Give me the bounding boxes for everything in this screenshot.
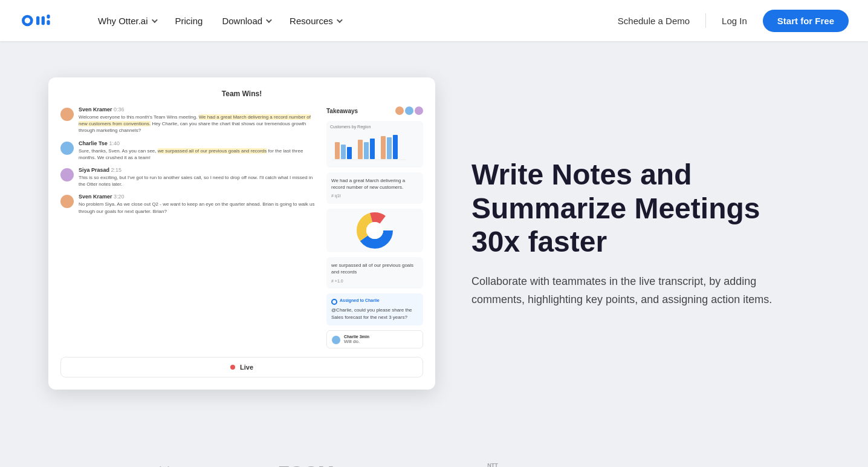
svg-rect-5: [47, 20, 50, 25]
chart-block-2: [326, 209, 423, 252]
transcript-msg-2: Charlie Tse 1:40 Sure, thanks, Sven. As …: [60, 140, 318, 161]
chevron-down-icon: [151, 17, 157, 23]
takeaway-2: we surpassed all of our previous goals a…: [326, 257, 423, 289]
avatar-charlie: [60, 142, 74, 155]
nav-resources[interactable]: Resources: [281, 11, 349, 31]
logo-ucla: UCLA: [566, 464, 612, 467]
svg-rect-12: [381, 136, 386, 159]
avatar-sven2: [60, 195, 74, 208]
hero-section: Team Wins! Sven Kramer 0:36 Welcome ever…: [0, 41, 868, 438]
nav-why-otter[interactable]: Why Otter.ai: [89, 11, 164, 31]
logo[interactable]: [19, 8, 68, 33]
takeaway-1: We had a great March delivering a record…: [326, 172, 423, 204]
svg-rect-14: [393, 135, 398, 159]
transcript-msg-4: Sven Kramer 3:20 No problem Siya. As we …: [60, 194, 318, 214]
transcript-msg-3: Siya Prasad 2:15 This is so exciting, bu…: [60, 167, 318, 188]
msg-text-2: Sure, thanks, Sven. As you can see, we s…: [79, 148, 318, 161]
avatar-sven: [60, 108, 74, 121]
hero-text: Write Notes and Summarize Meetings 30x f…: [471, 158, 786, 309]
navbar: Why Otter.ai Pricing Download Resources …: [0, 0, 868, 41]
msg-text-3: This is so exciting, but I've got to run…: [79, 174, 318, 188]
logo-ntt-text: NTT: [487, 462, 498, 467]
hero-subtitle: Collaborate with teammates in the live t…: [471, 273, 786, 309]
schedule-demo-link[interactable]: Schedule a Demo: [609, 11, 698, 31]
takeaways-panel: Takeaways Customers by Region: [326, 106, 423, 348]
nav-pricing[interactable]: Pricing: [167, 11, 212, 31]
participants-avatars: [395, 106, 423, 115]
logo-zoom: ZOOM: [278, 462, 334, 467]
reply-block: Charlie 3min Will do.: [326, 330, 423, 348]
avatar-siya: [60, 168, 74, 181]
msg-text-1: Welcome everyone to this month's Team Wi…: [79, 114, 318, 134]
mock-body: Sven Kramer 0:36 Welcome everyone to thi…: [60, 106, 423, 348]
participant-avatar-2: [405, 106, 413, 115]
logo-docomo: NTT docomo: [468, 462, 518, 467]
logo-ucla-text: UCLA: [566, 464, 612, 467]
svg-point-19: [366, 222, 383, 239]
participant-avatar-3: [415, 106, 423, 115]
live-label: Live: [240, 364, 253, 371]
logo-ibm: IBM: [382, 463, 419, 467]
live-indicator-dot: [230, 365, 235, 370]
svg-rect-8: [347, 147, 352, 159]
takeaways-label: Takeaways: [326, 108, 358, 114]
check-circle-icon: [331, 299, 337, 305]
login-button[interactable]: Log In: [713, 11, 756, 31]
svg-rect-7: [341, 145, 346, 159]
svg-rect-13: [387, 137, 392, 159]
logo-zoom-text: ZOOM: [278, 462, 334, 467]
reply-avatar: [332, 336, 340, 344]
svg-rect-4: [47, 15, 50, 19]
svg-rect-10: [364, 142, 369, 159]
mock-header: Team Wins!: [60, 90, 423, 98]
svg-rect-9: [358, 140, 363, 159]
chevron-down-icon: [266, 17, 272, 23]
chart-block-1: Customers by Region: [326, 121, 423, 168]
svg-rect-2: [36, 16, 39, 25]
donut-chart-svg: [357, 212, 393, 249]
svg-rect-3: [42, 16, 45, 25]
live-bar: Live: [60, 357, 423, 377]
start-free-button[interactable]: Start for Free: [763, 10, 849, 32]
nav-divider: [705, 13, 706, 28]
nav-links: Why Otter.ai Pricing Download Resources: [89, 11, 609, 31]
transcript-msg-1: Sven Kramer 0:36 Welcome everyone to thi…: [60, 106, 318, 134]
logos-section: Dropbox ZOOM IBM NTT docomo UCLA Rakuten: [0, 438, 868, 467]
chevron-down-icon: [337, 17, 343, 23]
logo-ibm-text: IBM: [382, 463, 419, 467]
svg-rect-11: [370, 139, 375, 159]
svg-point-1: [25, 18, 30, 23]
hero-title: Write Notes and Summarize Meetings 30x f…: [471, 158, 786, 258]
nav-right: Schedule a Demo Log In Start for Free: [609, 10, 849, 32]
svg-rect-6: [335, 142, 340, 159]
msg-text-4: No problem Siya. As we close out Q2 - we…: [79, 201, 318, 214]
action-item: Assigned to Charlie @Charlie, could you …: [326, 293, 423, 325]
product-mock: Team Wins! Sven Kramer 0:36 Welcome ever…: [48, 77, 435, 390]
transcript-panel: Sven Kramer 0:36 Welcome everyone to thi…: [60, 106, 318, 348]
bar-chart-svg: [330, 131, 409, 162]
nav-download[interactable]: Download: [213, 11, 279, 31]
participant-avatar-1: [395, 106, 404, 115]
